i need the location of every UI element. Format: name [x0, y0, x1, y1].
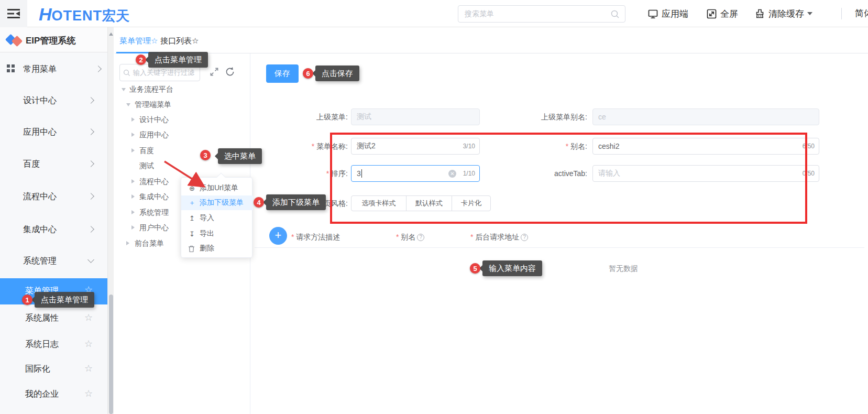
- alias-input[interactable]: ceshi2 6/50: [592, 138, 819, 155]
- sidebar-item-app-center[interactable]: 应用中心: [0, 124, 107, 140]
- tree-collapsed-icon[interactable]: [131, 133, 135, 137]
- sidebar-item-label: 常用菜单: [23, 64, 57, 75]
- sidebar-item-system-properties[interactable]: 系统属性 ☆: [0, 310, 107, 326]
- sidebar-item-system-logs[interactable]: 系统日志 ☆: [0, 336, 107, 352]
- tree-node-admin-menu[interactable]: 管理端菜单: [115, 98, 250, 112]
- sidebar-item-common-menu[interactable]: 常用菜单: [0, 61, 107, 77]
- expand-tree-icon[interactable]: [208, 66, 220, 78]
- activetab-input[interactable]: 请输入 0/50: [592, 165, 819, 182]
- menu-item-export[interactable]: ↧ 导出: [181, 226, 253, 241]
- sidebar-item-label: 系统属性: [25, 313, 59, 324]
- tree-node-label: 用户中心: [139, 223, 169, 233]
- step-badge-4: 4: [254, 197, 264, 208]
- tree-node-app-center[interactable]: 应用中心: [115, 128, 250, 142]
- sidebar-item-my-enterprise[interactable]: 我的企业 ☆: [0, 386, 107, 402]
- scrollbar-up-arrow-icon[interactable]: [109, 30, 113, 36]
- page-style-default-button[interactable]: 默认样式: [406, 195, 452, 211]
- clear-input-icon[interactable]: ✕: [448, 170, 456, 178]
- table-divider: [255, 247, 864, 248]
- refresh-icon[interactable]: [224, 66, 236, 78]
- tree-expanded-icon[interactable]: [126, 103, 130, 106]
- parent-alias-value: ce: [598, 113, 606, 121]
- scrollbar-thumb[interactable]: [109, 295, 113, 414]
- tree-collapsed-icon[interactable]: [131, 148, 135, 152]
- parent-menu-input[interactable]: 测试: [351, 108, 480, 125]
- menu-name-input[interactable]: 测试2 3/10: [351, 138, 480, 155]
- step-badge-2: 2: [136, 55, 146, 65]
- add-method-button[interactable]: +: [269, 227, 287, 245]
- tree-collapsed-icon[interactable]: [131, 117, 135, 122]
- tree-node-label: 系统管理: [139, 208, 169, 217]
- sidebar-item-process-center[interactable]: 流程中心: [0, 189, 107, 204]
- sidebar-item-integration-center[interactable]: 集成中心: [0, 222, 107, 237]
- circle-plus-icon: ⊕: [188, 184, 196, 192]
- sidebar-item-design-center[interactable]: 设计中心: [0, 93, 107, 108]
- menu-item-add-url-menu[interactable]: ⊕ 添加Url菜单: [181, 181, 253, 195]
- clear-cache-label: 清除缓存: [768, 8, 804, 20]
- tree-node-business-platform[interactable]: 业务流程平台: [115, 83, 250, 96]
- logo-cn: 宏天: [102, 8, 129, 24]
- char-counter: 6/50: [803, 143, 815, 150]
- star-icon[interactable]: ☆: [84, 338, 93, 350]
- tree-expanded-icon[interactable]: [122, 88, 126, 91]
- sidebar-item-label: 流程中心: [23, 191, 57, 202]
- monitor-icon: [647, 8, 658, 19]
- sidebar-item-label: 我的企业: [25, 389, 59, 400]
- tree-collapsed-icon[interactable]: [131, 225, 135, 230]
- sidebar-app-header: EIP管理系统: [0, 27, 107, 52]
- star-icon[interactable]: ☆: [84, 388, 93, 399]
- chevron-right-icon: [87, 128, 94, 135]
- tab-api-list[interactable]: 接口列表☆: [160, 36, 199, 46]
- sort-value: 3: [357, 169, 361, 178]
- char-counter: 3/10: [463, 143, 475, 150]
- save-button[interactable]: 保存: [266, 64, 299, 83]
- step-tooltip-1: 点击菜单管理: [35, 292, 94, 308]
- sidebar-item-internationalization[interactable]: 国际化 ☆: [0, 361, 107, 377]
- tree-node-label: 集成中心: [139, 192, 169, 202]
- tree-collapsed-icon[interactable]: [131, 179, 135, 183]
- app-root: { "header": { "logo": { "text_en": "HOTE…: [0, 0, 868, 414]
- tab-menu-management[interactable]: 菜单管理☆: [119, 36, 158, 46]
- page-style-card-button[interactable]: 卡片化: [452, 195, 491, 211]
- sort-input[interactable]: 3 ✕ 1/10: [351, 165, 480, 182]
- sidebar-item-label: 设计中心: [23, 95, 57, 106]
- star-icon[interactable]: ☆: [84, 363, 93, 374]
- clear-cache-button[interactable]: 清除缓存: [754, 0, 812, 27]
- app-client-button[interactable]: 应用端: [647, 0, 688, 27]
- page-style-tab-button[interactable]: 选项卡样式: [351, 195, 406, 211]
- menu-item-add-sub-menu[interactable]: ＋ 添加下级菜单: [181, 195, 253, 210]
- step-tooltip-5: 输入菜单内容: [482, 260, 542, 276]
- upload-icon: ↥: [188, 214, 196, 222]
- tree-node-design-center[interactable]: 设计中心: [115, 113, 250, 127]
- clear-cache-icon: [754, 8, 765, 19]
- step-badge-1: 1: [22, 295, 32, 305]
- help-icon[interactable]: ?: [417, 234, 424, 241]
- menu-item-import[interactable]: ↥ 导入: [181, 211, 253, 225]
- parent-alias-label: 上级菜单别名:: [509, 108, 587, 125]
- tree-node-label: 前台菜单: [135, 239, 164, 248]
- tree-collapsed-icon[interactable]: [126, 241, 129, 245]
- header-search-input[interactable]: 搜索菜单: [458, 5, 625, 23]
- sidebar-item-system-management[interactable]: 系统管理: [0, 253, 107, 269]
- sidebar: EIP管理系统 常用菜单 设计中心 应用中心 百度 流程中心 集成中心 系统管理…: [0, 27, 107, 414]
- step-tooltip-2: 点击菜单管理: [148, 52, 208, 68]
- sidebar-app-title: EIP管理系统: [26, 35, 75, 47]
- star-icon[interactable]: ☆: [84, 312, 93, 323]
- parent-menu-value: 测试: [357, 112, 371, 122]
- chevron-down-icon: [87, 256, 94, 263]
- char-counter: 1/10: [463, 170, 475, 177]
- download-icon: ↧: [188, 230, 196, 238]
- tree-collapsed-icon[interactable]: [131, 210, 135, 214]
- menu-name-label: 菜单名称:: [269, 138, 348, 155]
- help-icon[interactable]: ?: [521, 234, 528, 241]
- sidebar-collapse-button[interactable]: [0, 0, 27, 27]
- chevron-right-icon: [87, 226, 94, 233]
- tree-node-label: 测试: [139, 161, 154, 171]
- parent-alias-input[interactable]: ce: [592, 108, 819, 125]
- menu-item-delete[interactable]: 删除: [181, 241, 253, 256]
- sidebar-item-baidu[interactable]: 百度: [0, 156, 107, 172]
- fullscreen-button[interactable]: 全屏: [706, 0, 738, 27]
- sidebar-scrollbar[interactable]: [107, 27, 114, 414]
- tree-collapsed-icon[interactable]: [131, 194, 135, 199]
- language-switch[interactable]: 简体: [855, 7, 868, 19]
